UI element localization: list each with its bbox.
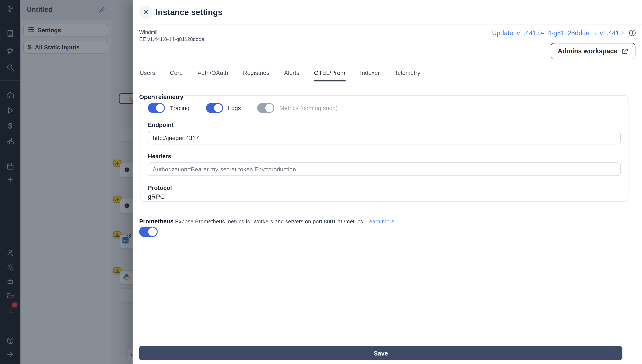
- endpoint-input[interactable]: [148, 131, 620, 144]
- drawer-title: Instance settings: [156, 8, 222, 17]
- prometheus-toggle[interactable]: [139, 226, 158, 237]
- prometheus-description: Expose Prometheus metrics for workers an…: [175, 218, 365, 225]
- tab-otel-prom[interactable]: OTEL/Prom: [313, 66, 346, 81]
- edition-version: EE v1.441.0-14-g81128ddde: [139, 36, 204, 43]
- instance-settings-drawer: ✕ Instance settings Windmill EE v1.441.0…: [133, 0, 642, 364]
- metrics-label: Metrics (coming soon): [279, 105, 338, 111]
- close-button[interactable]: ✕: [139, 6, 152, 19]
- prometheus-toggle-wrap: [139, 226, 158, 237]
- protocol-value: gRPC: [148, 193, 620, 200]
- tab-telemetry[interactable]: Telemetry: [394, 66, 421, 81]
- headers-label: Headers: [148, 153, 620, 160]
- tracing-label: Tracing: [170, 105, 189, 111]
- tab-core[interactable]: Core: [169, 66, 183, 81]
- tab-indexer[interactable]: Indexer: [360, 66, 380, 81]
- update-row: Update: v1.441.0-14-g81128ddde → v1.441.…: [492, 29, 636, 37]
- tab-alerts[interactable]: Alerts: [284, 66, 299, 81]
- otel-settings-box: Tracing Logs Metrics (coming soon) Endpo…: [140, 95, 629, 202]
- headers-input[interactable]: [148, 162, 620, 176]
- metrics-toggle[interactable]: [257, 103, 274, 113]
- admins-workspace-label: Admins workspace: [558, 48, 617, 55]
- tracing-toggle-item: Tracing: [148, 103, 189, 113]
- endpoint-label: Endpoint: [148, 122, 620, 128]
- update-link[interactable]: Update: v1.441.0-14-g81128ddde → v1.441.…: [492, 29, 625, 37]
- protocol-label: Protocol: [148, 184, 620, 191]
- metrics-toggle-item: Metrics (coming soon): [257, 103, 338, 113]
- version-block: Windmill EE v1.441.0-14-g81128ddde: [139, 29, 204, 43]
- tab-users[interactable]: Users: [139, 66, 156, 81]
- logs-toggle-item: Logs: [206, 103, 241, 113]
- tab-registries[interactable]: Registries: [242, 66, 270, 81]
- app-name: Windmill: [139, 29, 204, 36]
- logs-toggle[interactable]: [206, 103, 223, 113]
- external-link-icon: [622, 48, 629, 55]
- admins-workspace-button[interactable]: Admins workspace: [551, 43, 635, 59]
- drawer-header: ✕ Instance settings: [133, 0, 642, 25]
- modal-backdrop[interactable]: [0, 0, 133, 364]
- learn-more-link[interactable]: Learn more: [366, 218, 395, 225]
- prometheus-row: Prometheus Expose Prometheus metrics for…: [139, 218, 395, 225]
- tracing-toggle[interactable]: [148, 103, 165, 113]
- prometheus-heading: Prometheus: [139, 218, 174, 225]
- settings-tabs: Users Core Auth/OAuth Registries Alerts …: [139, 66, 635, 81]
- drawer-body: Windmill EE v1.441.0-14-g81128ddde Updat…: [133, 25, 642, 364]
- logs-label: Logs: [228, 105, 241, 111]
- tab-auth-oauth[interactable]: Auth/OAuth: [197, 66, 228, 81]
- otel-toggle-row: Tracing Logs Metrics (coming soon): [148, 103, 620, 113]
- windmill-app: $: [0, 0, 642, 364]
- info-icon[interactable]: [628, 29, 636, 37]
- save-button[interactable]: Save: [139, 346, 622, 360]
- close-icon: ✕: [143, 8, 149, 16]
